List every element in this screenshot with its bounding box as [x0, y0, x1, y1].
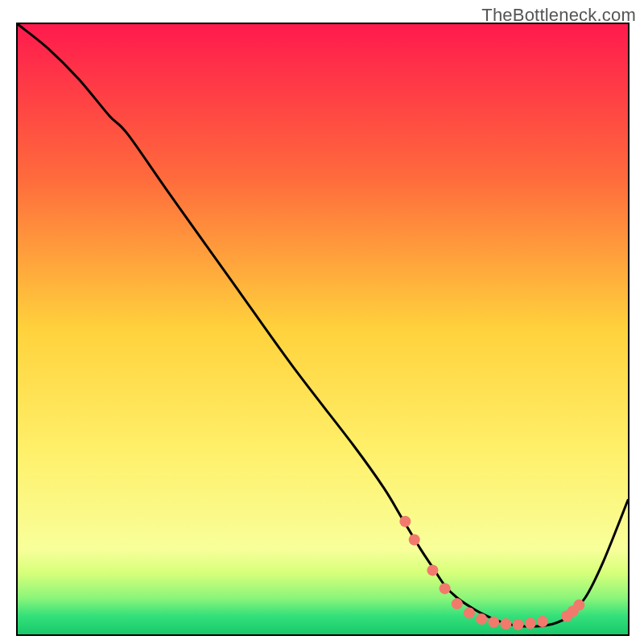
highlight-dot — [409, 535, 420, 546]
highlight-dot — [500, 618, 511, 630]
plot-area — [16, 23, 630, 636]
highlight-dot — [464, 607, 475, 618]
highlight-dot — [488, 617, 499, 628]
highlight-dot — [399, 516, 411, 527]
highlight-dot — [427, 564, 438, 576]
highlight-dot — [476, 613, 487, 625]
highlight-dot — [525, 617, 536, 629]
highlight-dot — [440, 583, 451, 594]
highlight-dot — [513, 619, 524, 630]
highlight-dot — [573, 600, 584, 611]
chart-svg — [18, 24, 628, 634]
highlight-dot — [452, 598, 463, 609]
highlight-dot — [537, 616, 548, 627]
watermark-text: TheBottleneck.com — [481, 5, 636, 26]
chart-frame: TheBottleneck.com — [0, 0, 644, 644]
